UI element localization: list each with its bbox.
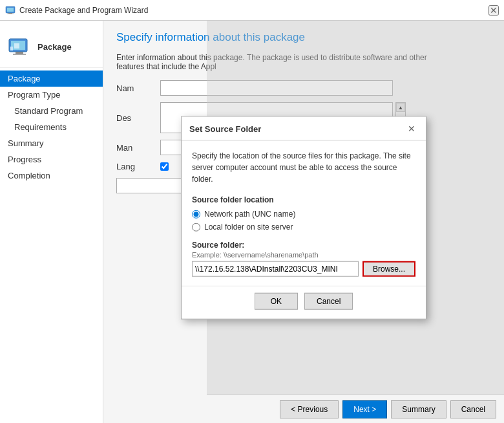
manufacturer-label: Man (116, 143, 155, 153)
language-checkbox[interactable] (160, 162, 169, 171)
dialog-close-button[interactable]: ✕ (405, 122, 418, 135)
dialog-title: Set Source Folder (189, 124, 261, 133)
sidebar: Package Package Program Type Standard Pr… (0, 21, 103, 423)
dialog-cancel-button[interactable]: Cancel (304, 293, 353, 310)
name-label: Nam (116, 83, 155, 93)
dialog-titlebar: Set Source Folder ✕ (182, 117, 426, 141)
window-title: Create Package and Program Wizard (19, 6, 148, 15)
main-container: Package Package Program Type Standard Pr… (0, 21, 504, 423)
sidebar-item-standard-program[interactable]: Standard Program (0, 103, 103, 119)
title-bar: Create Package and Program Wizard ✕ (0, 0, 504, 21)
source-example: Example: \\servername\sharename\path (192, 251, 415, 259)
radio-local-label: Local folder on site server (204, 222, 293, 232)
dialog-body: Specify the location of the source files… (182, 141, 426, 286)
language-label: Lang (116, 162, 155, 171)
sidebar-item-completion[interactable]: Completion (0, 168, 103, 184)
window-close-button[interactable]: ✕ (488, 5, 499, 16)
radio-local: Local folder on site server (192, 222, 415, 232)
sidebar-item-package[interactable]: Package (0, 70, 103, 87)
radio-unc-label: Network path (UNC name) (204, 210, 295, 219)
source-folder-label: Source folder: (192, 241, 415, 250)
summary-button[interactable]: Summary (391, 400, 446, 418)
sidebar-item-progress[interactable]: Progress (0, 151, 103, 168)
dialog-ok-button[interactable]: OK (255, 293, 298, 310)
radio-unc-input[interactable] (192, 210, 200, 218)
checkbox-row (160, 162, 169, 171)
sidebar-header-label: Package (37, 42, 72, 52)
next-button[interactable]: Next > (342, 400, 387, 418)
svg-rect-3 (7, 14, 14, 14)
set-source-folder-dialog: Set Source Folder ✕ Specify the location… (181, 116, 426, 320)
bottom-bar: < Previous Next > Summary Cancel (207, 395, 504, 423)
content-area: Specify information about this package E… (103, 21, 504, 423)
dialog-description: Specify the location of the source files… (192, 150, 415, 185)
dialog-footer: OK Cancel (182, 286, 426, 319)
previous-button[interactable]: < Previous (280, 400, 339, 418)
source-row: Browse... (192, 261, 415, 277)
svg-rect-9 (14, 43, 19, 49)
sidebar-item-requirements[interactable]: Requirements (0, 119, 103, 135)
dialog-browse-button[interactable]: Browse... (362, 261, 415, 277)
radio-local-input[interactable] (192, 222, 200, 231)
sidebar-item-program-type[interactable]: Program Type (0, 87, 103, 103)
source-field-input[interactable] (192, 261, 359, 277)
package-icon (6, 34, 32, 60)
dialog-section-label: Source folder location (192, 195, 415, 204)
svg-rect-1 (7, 8, 14, 12)
sidebar-item-summary[interactable]: Summary (0, 135, 103, 151)
cancel-button[interactable]: Cancel (450, 400, 496, 418)
svg-rect-7 (13, 54, 26, 55)
desc-label: Des (116, 113, 155, 123)
radio-unc: Network path (UNC name) (192, 210, 415, 219)
radio-group: Network path (UNC name) Local folder on … (192, 210, 415, 232)
svg-rect-6 (16, 52, 23, 54)
svg-rect-8 (10, 47, 13, 50)
sidebar-header: Package (0, 26, 103, 68)
window-icon (5, 4, 16, 16)
